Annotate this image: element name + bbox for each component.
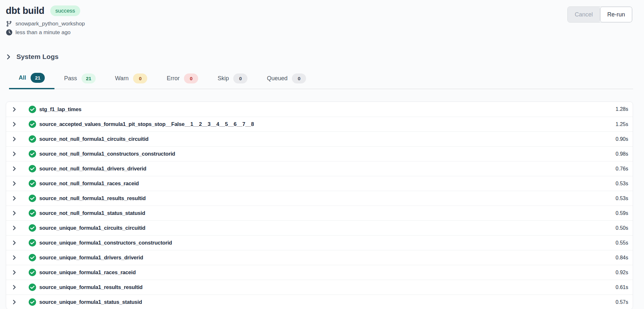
tab-count-badge: 0 [133, 73, 147, 83]
chevron-right-icon[interactable] [12, 300, 17, 304]
tab-label: All [19, 74, 26, 81]
result-name: source_unique_formula1_status_statusid [39, 299, 142, 305]
result-row[interactable]: source_not_null_formula1_constructors_co… [6, 146, 633, 161]
result-duration: 0.50s [616, 225, 628, 231]
result-name: source_not_null_formula1_drivers_driveri… [39, 166, 146, 172]
tab-label: Error [167, 75, 179, 82]
pass-check-icon [28, 165, 36, 173]
result-name: source_unique_formula1_circuits_circuiti… [39, 225, 145, 231]
result-name: source_unique_formula1_races_raceid [39, 269, 136, 275]
chevron-right-icon[interactable] [12, 255, 17, 260]
tab-label: Skip [217, 75, 229, 82]
result-row[interactable]: source_not_null_formula1_races_raceid 0.… [6, 176, 633, 191]
result-row[interactable]: source_unique_formula1_drivers_driverid … [6, 250, 633, 265]
pass-check-icon [28, 209, 36, 217]
pass-check-icon [28, 194, 36, 202]
tab-label: Queued [267, 75, 287, 82]
run-header: dbt build success snowpark_python_worksh… [6, 5, 638, 37]
result-duration: 0.76s [616, 166, 628, 172]
pass-check-icon [28, 150, 36, 158]
result-name: source_not_null_formula1_constructors_co… [39, 151, 175, 157]
pass-check-icon [28, 224, 36, 232]
git-branch-icon [6, 21, 12, 27]
tab-all[interactable]: All 21 [9, 73, 54, 89]
pass-check-icon [28, 268, 36, 276]
branch-row: snowpark_python_workshop [6, 19, 85, 28]
pass-check-icon [28, 239, 36, 247]
chevron-right-icon[interactable] [12, 285, 17, 290]
cancel-button[interactable]: Cancel [568, 7, 600, 22]
result-name: source_unique_formula1_drivers_driverid [39, 255, 143, 261]
tab-count-badge: 0 [184, 73, 198, 83]
chevron-right-icon[interactable] [12, 166, 17, 171]
result-name: source_accepted_values_formula1_pit_stop… [39, 121, 254, 127]
tab-skip[interactable]: Skip 0 [208, 73, 257, 89]
chevron-right-icon[interactable] [12, 270, 17, 275]
result-duration: 0.84s [616, 255, 628, 261]
run-actions: Cancel Re-run [567, 6, 632, 23]
tab-error[interactable]: Error 0 [157, 73, 208, 89]
tab-label: Pass [64, 75, 77, 82]
result-row[interactable]: source_unique_formula1_races_raceid 0.92… [6, 265, 633, 280]
tab-queued[interactable]: Queued 0 [257, 73, 316, 89]
tab-count-badge: 0 [233, 73, 247, 83]
result-name: source_not_null_formula1_races_raceid [39, 180, 139, 187]
result-duration: 0.92s [616, 270, 628, 275]
results-list: stg_f1_lap_times 1.28s source_accepted_v… [6, 101, 633, 309]
chevron-right-icon[interactable] [12, 226, 17, 230]
result-duration: 0.53s [616, 181, 628, 187]
result-duration: 0.90s [616, 136, 628, 142]
pass-check-icon [28, 135, 36, 143]
result-name: source_not_null_formula1_status_statusid [39, 210, 145, 216]
chevron-right-icon [6, 54, 11, 60]
result-duration: 1.28s [616, 106, 628, 112]
chevron-right-icon[interactable] [12, 211, 17, 216]
result-name: source_not_null_formula1_circuits_circui… [39, 136, 149, 142]
pass-check-icon [28, 179, 36, 188]
chevron-right-icon[interactable] [12, 240, 17, 245]
result-row[interactable]: source_not_null_formula1_status_statusid… [6, 206, 633, 220]
chevron-right-icon[interactable] [12, 196, 17, 201]
tab-count-badge: 21 [31, 73, 45, 83]
rerun-button[interactable]: Re-run [600, 7, 632, 22]
status-tabs: All 21 Pass 21 Warn 0 Error 0 Skip 0 Que… [9, 73, 633, 89]
run-meta: snowpark_python_workshop less than a min… [6, 19, 85, 37]
tab-count-badge: 21 [82, 73, 96, 83]
result-duration: 0.57s [616, 299, 628, 305]
time-row: less than a minute ago [6, 28, 85, 37]
result-row[interactable]: source_not_null_formula1_circuits_circui… [6, 131, 633, 146]
system-logs-toggle[interactable]: System Logs [6, 53, 59, 61]
chevron-right-icon[interactable] [12, 122, 17, 127]
pass-check-icon [28, 298, 36, 306]
result-duration: 0.59s [616, 210, 628, 216]
run-page: dbt build success snowpark_python_worksh… [0, 0, 644, 309]
time-ago: less than a minute ago [15, 29, 71, 36]
branch-name: snowpark_python_workshop [15, 21, 85, 27]
pass-check-icon [28, 120, 36, 128]
chevron-right-icon[interactable] [12, 181, 17, 186]
result-name: source_unique_formula1_constructors_cons… [39, 240, 172, 246]
pass-check-icon [28, 105, 36, 113]
result-row[interactable]: source_unique_formula1_results_resultid … [6, 280, 633, 295]
chevron-right-icon[interactable] [12, 151, 17, 156]
result-name: stg_f1_lap_times [39, 106, 82, 112]
page-title: dbt build [6, 5, 44, 17]
tab-pass[interactable]: Pass 21 [54, 73, 105, 89]
result-row[interactable]: source_accepted_values_formula1_pit_stop… [6, 117, 633, 131]
result-duration: 0.98s [616, 151, 628, 157]
result-row[interactable]: source_not_null_formula1_drivers_driveri… [6, 161, 633, 176]
title-row: dbt build success [6, 5, 85, 17]
tab-warn[interactable]: Warn 0 [105, 73, 157, 89]
tab-count-badge: 0 [292, 73, 306, 83]
pass-check-icon [28, 254, 36, 262]
chevron-right-icon[interactable] [12, 107, 17, 112]
result-row[interactable]: source_unique_formula1_circuits_circuiti… [6, 220, 633, 235]
system-logs-label: System Logs [16, 53, 59, 61]
result-row[interactable]: source_unique_formula1_constructors_cons… [6, 235, 633, 250]
result-row[interactable]: stg_f1_lap_times 1.28s [6, 102, 633, 117]
result-row[interactable]: source_unique_formula1_status_statusid 0… [6, 295, 633, 309]
result-row[interactable]: source_not_null_formula1_results_resulti… [6, 191, 633, 206]
chevron-right-icon[interactable] [12, 137, 17, 141]
result-duration: 0.61s [616, 285, 628, 290]
status-badge: success [50, 5, 80, 16]
